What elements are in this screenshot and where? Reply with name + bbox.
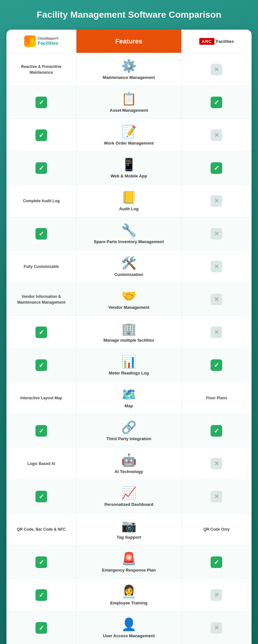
feature-label: Asset Management xyxy=(110,108,148,113)
left-cell: ✓ xyxy=(6,480,76,513)
check-icon: ✓ xyxy=(211,162,222,174)
left-cell: ✓ xyxy=(6,316,76,348)
feature-icon: 📱 xyxy=(121,157,136,172)
feature-label: Maintenance Management xyxy=(103,75,155,80)
feature-icon: 👤 xyxy=(121,617,136,631)
table-row: ✓ 🚨 Emergency Response Plan ✓ xyxy=(6,545,252,578)
cross-icon: ✕ xyxy=(211,228,222,240)
left-cell: Interactive Layout Map xyxy=(6,382,76,414)
feature-icon: 🔧 xyxy=(121,223,136,237)
left-cell: ✓ xyxy=(6,349,76,381)
cloudapper-sub: Facilities xyxy=(38,40,59,46)
right-cell: QR Code Only xyxy=(182,513,252,545)
svg-rect-0 xyxy=(27,40,29,43)
right-cell: ✕ xyxy=(182,611,252,644)
right-cell: ✕ xyxy=(182,283,252,316)
left-cell: ✓ xyxy=(6,611,76,644)
left-cell: Fully Customizable xyxy=(6,250,76,283)
left-cell: ✓ xyxy=(6,579,76,611)
left-label: Interactive Layout Map xyxy=(20,395,62,401)
feature-icon: 📒 xyxy=(121,190,136,204)
right-cell: ✕ xyxy=(182,185,252,217)
arc-header: ARC Facilities xyxy=(182,30,252,53)
center-cell: 📈 Personalized Dashboard xyxy=(76,480,182,513)
features-label: Features xyxy=(115,38,142,45)
cloudapper-logo-icon xyxy=(24,35,36,47)
feature-icon: 📋 xyxy=(121,92,136,106)
arc-logo: ARC Facilities xyxy=(199,38,234,45)
center-cell: 🔗 Third Party Integration xyxy=(76,414,182,447)
arc-badge: ARC xyxy=(199,38,214,45)
feature-icon: 📈 xyxy=(121,486,136,500)
feature-icon: 🤝 xyxy=(121,289,136,303)
table-row: Logic Based AI 🤖 AI Technology ✕ xyxy=(6,447,252,480)
feature-label: Spare Parts Inventory Management xyxy=(94,239,164,244)
cloudapper-text: CloudApper® xyxy=(38,37,59,40)
feature-icon: 👩‍💼 xyxy=(121,584,136,599)
arc-sub: Facilities xyxy=(216,39,234,44)
feature-icon: 📊 xyxy=(121,355,136,369)
comparison-table: CloudApper® Facilities Features ARC Faci… xyxy=(6,30,252,644)
right-cell: ✕ xyxy=(182,119,252,151)
feature-label: Vendor Management xyxy=(108,305,149,310)
feature-icon: ⚙️ xyxy=(121,59,136,73)
feature-icon: 🏢 xyxy=(121,322,136,336)
left-cell: Reactive & Preventive Maintenance xyxy=(6,53,76,86)
feature-label: Personalized Dashboard xyxy=(104,502,154,507)
center-cell: 🤖 AI Technology xyxy=(76,447,182,480)
center-cell: 📒 Audit Log xyxy=(76,185,182,217)
right-label: Floor Plans xyxy=(206,395,227,401)
feature-label: Emergency Response Plan xyxy=(102,568,156,573)
table-row: Vendor Information & Maintenance Managem… xyxy=(6,283,252,316)
right-cell: ✕ xyxy=(182,53,252,86)
right-cell: ✕ xyxy=(182,217,252,250)
feature-icon: 📝 xyxy=(121,125,136,139)
check-icon: ✓ xyxy=(35,556,47,568)
right-cell: ✕ xyxy=(182,480,252,513)
right-cell: ✓ xyxy=(182,414,252,447)
left-cell: Complete Audit Log xyxy=(6,185,76,217)
right-cell: ✓ xyxy=(182,349,252,381)
right-cell: ✕ xyxy=(182,316,252,348)
feature-label: Tag Support xyxy=(117,535,141,540)
check-icon: ✓ xyxy=(35,228,47,240)
cross-icon: ✕ xyxy=(211,327,222,338)
table-row: Complete Audit Log 📒 Audit Log ✕ xyxy=(6,184,252,217)
right-cell: Floor Plans xyxy=(182,382,252,414)
center-cell: 📝 Work Order Management xyxy=(76,119,182,151)
center-cell: 👤 User Access Management xyxy=(76,611,182,644)
cross-icon: ✕ xyxy=(211,622,222,634)
feature-icon: 🚨 xyxy=(121,552,136,566)
right-cell: ✕ xyxy=(182,579,252,611)
center-cell: 👩‍💼 Employee Training xyxy=(76,579,182,611)
cross-icon: ✕ xyxy=(211,195,222,207)
feature-icon: 🗺️ xyxy=(121,387,136,402)
right-label: QR Code Only xyxy=(203,526,230,532)
check-icon: ✓ xyxy=(211,97,222,108)
center-cell: 📊 Meter Readings Log xyxy=(76,349,182,381)
feature-label: Audit Log xyxy=(119,206,139,211)
left-cell: ✓ xyxy=(6,217,76,250)
feature-label: User Access Management xyxy=(103,633,155,638)
feature-label: Manage multiple facilities xyxy=(104,338,154,343)
check-icon: ✓ xyxy=(35,425,47,437)
left-label: Logic Based AI xyxy=(27,461,55,467)
left-label: QR Code, Bar Code & NFC xyxy=(17,526,65,532)
left-cell: QR Code, Bar Code & NFC xyxy=(6,513,76,545)
right-cell: ✓ xyxy=(182,152,252,184)
check-icon: ✓ xyxy=(35,589,47,601)
cross-icon: ✕ xyxy=(211,589,222,601)
feature-label: Meter Readings Log xyxy=(109,371,149,375)
check-icon: ✓ xyxy=(35,491,47,502)
center-cell: 🗺️ Map xyxy=(76,382,182,414)
cross-icon: ✕ xyxy=(211,491,222,502)
center-cell: ⚙️ Maintenance Management xyxy=(76,53,182,86)
left-cell: Vendor Information & Maintenance Managem… xyxy=(6,283,76,316)
left-cell: ✓ xyxy=(6,86,76,118)
cross-icon: ✕ xyxy=(211,458,222,469)
svg-rect-1 xyxy=(29,39,31,43)
table-row: Fully Customizable 🛠️ Customization ✕ xyxy=(6,250,252,283)
svg-rect-2 xyxy=(31,38,33,43)
right-cell: ✕ xyxy=(182,447,252,480)
check-icon: ✓ xyxy=(35,162,47,174)
